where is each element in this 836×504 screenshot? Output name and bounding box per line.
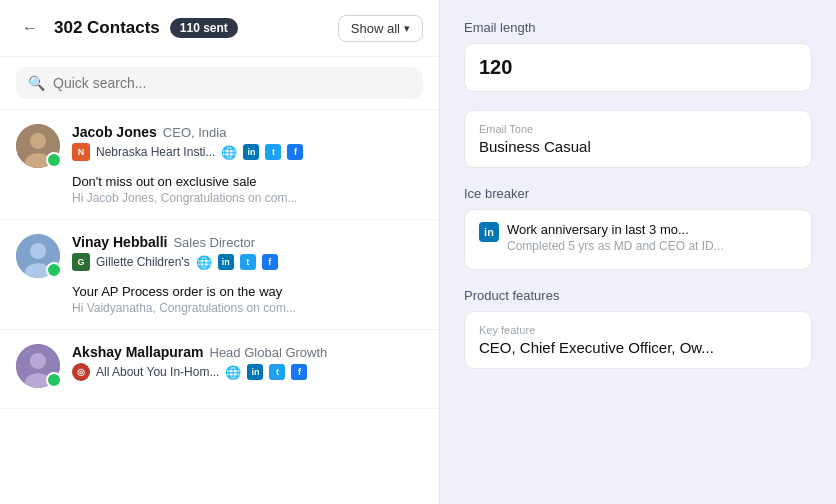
linkedin-icon-1[interactable]: in (243, 144, 259, 160)
contact-header-3: Akshay Mallapuram Head Global Growth ◎ A… (16, 344, 423, 388)
key-feature-label: Key feature (479, 324, 797, 336)
back-button[interactable]: ← (16, 14, 44, 42)
search-container: 🔍 (0, 57, 439, 110)
twitter-icon-1[interactable]: t (265, 144, 281, 160)
linkedin-badge: in (479, 222, 499, 242)
search-box: 🔍 (16, 67, 423, 99)
email-dot-2 (46, 262, 62, 278)
contact-header-2: Vinay Hebballi Sales Director G Gillette… (16, 234, 423, 278)
avatar-wrapper-1 (16, 124, 60, 168)
company-logo-3: ◎ (72, 363, 90, 381)
email-preview-2: Your AP Process order is on the way Hi V… (16, 284, 423, 315)
show-all-button[interactable]: Show all (338, 15, 423, 42)
company-logo-2: G (72, 253, 90, 271)
product-features-box: Key feature CEO, Chief Executive Officer… (464, 311, 812, 369)
email-length-box: 120 (464, 43, 812, 92)
contacts-list: Jacob Jones CEO, India N Nebraska Heart … (0, 110, 439, 504)
ice-breaker-sub: Completed 5 yrs as MD and CEO at ID... (507, 239, 724, 253)
email-subject-2: Your AP Process order is on the way (72, 284, 423, 299)
twitter-icon-2[interactable]: t (240, 254, 256, 270)
email-length-value: 120 (479, 56, 512, 78)
email-tone-inner-label: Email Tone (479, 123, 797, 135)
contact-header-1: Jacob Jones CEO, India N Nebraska Heart … (16, 124, 423, 168)
contact-item-3[interactable]: Akshay Mallapuram Head Global Growth ◎ A… (0, 330, 439, 409)
globe-icon-2[interactable]: 🌐 (196, 255, 212, 270)
ice-breaker-title: Work anniversary in last 3 mo... (507, 222, 724, 237)
email-tone-group: Email Tone Business Casual (464, 110, 812, 168)
key-feature-value: CEO, Chief Executive Officer, Ow... (479, 339, 797, 356)
email-body-1: Hi Jacob Jones, Congratulations on com..… (72, 191, 423, 205)
linkedin-icon-3[interactable]: in (247, 364, 263, 380)
email-tone-box: Email Tone Business Casual (464, 110, 812, 168)
linkedin-icon-2[interactable]: in (218, 254, 234, 270)
left-panel: ← 302 Contacts 110 sent Show all 🔍 (0, 0, 440, 504)
company-name-2: Gillette Children's (96, 255, 190, 269)
email-length-label: Email length (464, 20, 812, 35)
search-input[interactable] (53, 75, 411, 91)
email-length-group: Email length 120 (464, 20, 812, 92)
email-dot-3 (46, 372, 62, 388)
company-logo-1: N (72, 143, 90, 161)
company-name-1: Nebraska Heart Insti... (96, 145, 215, 159)
avatar-wrapper-3 (16, 344, 60, 388)
contact-item[interactable]: Jacob Jones CEO, India N Nebraska Heart … (0, 110, 439, 220)
email-preview-1: Don't miss out on exclusive sale Hi Jaco… (16, 174, 423, 205)
contacts-title: 302 Contacts (54, 18, 160, 38)
product-features-label: Product features (464, 288, 812, 303)
contact-info-3: Akshay Mallapuram Head Global Growth ◎ A… (72, 344, 423, 387)
email-tone-value: Business Casual (479, 138, 797, 155)
svg-point-7 (30, 353, 46, 369)
contact-role-1: CEO, India (163, 125, 227, 140)
twitter-icon-3[interactable]: t (269, 364, 285, 380)
ice-breaker-label: Ice breaker (464, 186, 812, 201)
contact-info-1: Jacob Jones CEO, India N Nebraska Heart … (72, 124, 423, 167)
search-icon: 🔍 (28, 75, 45, 91)
facebook-icon-1[interactable]: f (287, 144, 303, 160)
globe-icon-3[interactable]: 🌐 (225, 365, 241, 380)
globe-icon-1[interactable]: 🌐 (221, 145, 237, 160)
email-body-2: Hi Vaidyanatha, Congratulations on com..… (72, 301, 423, 315)
contact-role-3: Head Global Growth (210, 345, 328, 360)
right-panel: Email length 120 Email Tone Business Cas… (440, 0, 836, 504)
contact-name-3: Akshay Mallapuram (72, 344, 204, 360)
facebook-icon-3[interactable]: f (291, 364, 307, 380)
ice-breaker-box: in Work anniversary in last 3 mo... Comp… (464, 209, 812, 270)
contact-role-2: Sales Director (173, 235, 255, 250)
contact-info-2: Vinay Hebballi Sales Director G Gillette… (72, 234, 423, 277)
sent-badge: 110 sent (170, 18, 238, 38)
contact-name-2: Vinay Hebballi (72, 234, 167, 250)
contact-item-2[interactable]: Vinay Hebballi Sales Director G Gillette… (0, 220, 439, 330)
svg-point-1 (30, 133, 46, 149)
avatar-wrapper-2 (16, 234, 60, 278)
ice-breaker-group: Ice breaker in Work anniversary in last … (464, 186, 812, 270)
email-dot-1 (46, 152, 62, 168)
company-name-3: All About You In-Hom... (96, 365, 219, 379)
email-subject-1: Don't miss out on exclusive sale (72, 174, 423, 189)
header: ← 302 Contacts 110 sent Show all (0, 0, 439, 57)
facebook-icon-2[interactable]: f (262, 254, 278, 270)
product-features-group: Product features Key feature CEO, Chief … (464, 288, 812, 369)
svg-point-4 (30, 243, 46, 259)
contact-name-1: Jacob Jones (72, 124, 157, 140)
